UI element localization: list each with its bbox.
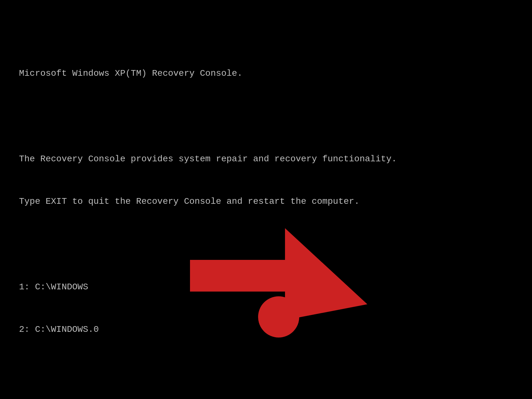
terminal-line-2: The Recovery Console provides system rep… — [19, 152, 513, 166]
terminal-blank-1 — [19, 109, 513, 124]
terminal-line-3: Type EXIT to quit the Recovery Console a… — [19, 195, 513, 209]
terminal-screen: Microsoft Windows XP(TM) Recovery Consol… — [0, 0, 532, 399]
terminal-line-4: 1: C:\WINDOWS — [19, 280, 513, 294]
terminal-line-5: 2: C:\WINDOWS.0 — [19, 323, 513, 337]
terminal-line-1: Microsoft Windows XP(TM) Recovery Consol… — [19, 67, 513, 81]
terminal-blank-2 — [19, 237, 513, 252]
terminal-output: Microsoft Windows XP(TM) Recovery Consol… — [19, 38, 513, 399]
terminal-blank-3 — [19, 365, 513, 380]
